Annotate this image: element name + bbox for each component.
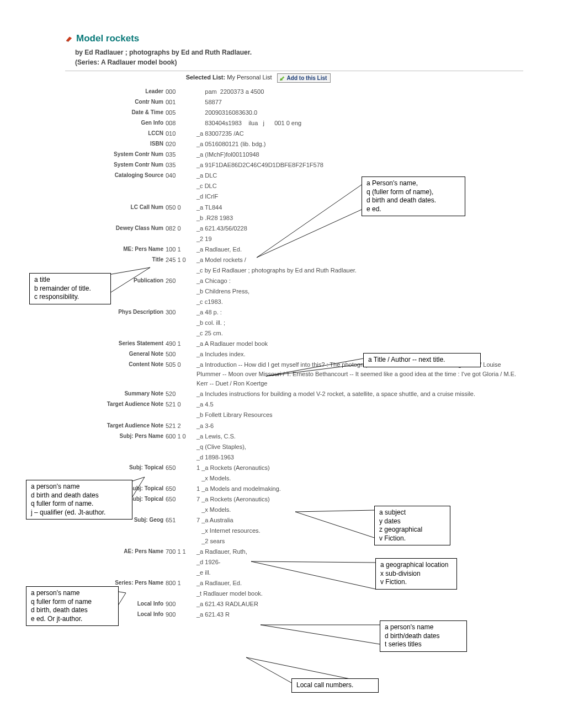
field-tag: 260	[166, 276, 196, 286]
callout-800: a person's named birth/death datest seri…	[380, 620, 467, 652]
field-value: _x Internet resources.	[196, 526, 523, 536]
field-value: _a Radlauer, Ruth,	[196, 547, 523, 556]
field-tag: 005	[166, 108, 196, 117]
record-title: Model rockets	[76, 33, 139, 44]
field-tag: 100 1	[166, 245, 196, 254]
field-tag: 500	[166, 350, 196, 359]
field-value: _b Childrens Press,	[196, 287, 523, 296]
field-value: _a 621.43 R	[196, 610, 523, 619]
callout-245: a titleb remainder of title.c responsibi…	[29, 273, 111, 304]
field-value: _q (Clive Staples),	[196, 442, 523, 452]
field-label: Cataloging Source	[65, 171, 166, 180]
pencil-icon	[279, 75, 285, 81]
record-header: Model rockets by Ed Radlauer ; photograp…	[65, 33, 563, 66]
field-value: _d 1898-1963	[196, 453, 523, 462]
marc-row: Date & Time005 20090316083630.0	[65, 108, 523, 117]
callout-700: a person's nameq fuller form of named bi…	[26, 586, 119, 626]
field-label: Summary Note	[65, 389, 166, 398]
field-tag: 650	[166, 484, 196, 494]
field-label: Dewey Class Num	[65, 224, 166, 233]
field-label: Subj: Topical	[65, 463, 166, 472]
field-value: _t Radlauer model book.	[196, 589, 523, 598]
callout-600: a person's named birth and death datesq …	[26, 480, 132, 520]
marc-row: Local Info900_a 621.43 RADLAUER	[65, 599, 523, 609]
field-value: _a DLC	[196, 171, 523, 180]
field-value: _2 19	[196, 234, 523, 244]
callout-900: Local call numbers.	[291, 678, 379, 693]
marc-row: System Contr Num035_a (IMchF)fol00110948	[65, 150, 523, 159]
field-value: _a A Radlauer model book	[196, 339, 523, 349]
field-value: 7 _a Rockets (Aeronautics)	[196, 495, 523, 504]
field-label: Content Note	[65, 360, 166, 369]
marc-row: System Contr Num035_a 91F1DAE86D2C46C49D…	[65, 160, 523, 170]
field-label: Contr Num	[65, 98, 166, 106]
field-value: _a Includes instructions for building a …	[196, 389, 523, 399]
field-value: _c by Ed Radlauer ; photographs by Ed an…	[196, 266, 523, 275]
marc-row: _2 sears	[65, 537, 523, 546]
field-tag: 650	[166, 463, 196, 473]
marc-row: Title245 1 0_a Model rockets /	[65, 255, 523, 265]
field-value: _a Radlauer, Ed.	[196, 245, 523, 254]
field-label: AE: Pers Name	[65, 547, 166, 556]
add-button-label: Add to this List	[287, 75, 327, 81]
marc-row: Publication260_a Chicago :	[65, 276, 523, 286]
marc-row: Phys Description300_a 48 p. :	[65, 308, 523, 317]
marc-row: Contr Num001 58877	[65, 98, 523, 107]
field-value: _a Model rockets /	[196, 255, 523, 265]
field-value: _c 25 cm.	[196, 329, 523, 338]
callout-100: a Person's name,q (fuller form of name),…	[362, 176, 465, 216]
marc-row: Subj: Topical6501 _a Models and modelmak…	[65, 484, 523, 494]
marc-row: _q (Clive Staples),	[65, 442, 523, 452]
field-value: _d 1926-	[196, 558, 523, 567]
field-tag: 001	[166, 98, 196, 107]
field-tag: 300	[166, 308, 196, 317]
add-to-list-button[interactable]: Add to this List	[277, 73, 331, 83]
field-value: 20090316083630.0	[196, 108, 523, 117]
field-label: Date & Time	[65, 108, 166, 117]
field-label: ISBN	[65, 140, 166, 148]
field-label: General Note	[65, 350, 166, 358]
field-tag: 050 0	[166, 203, 196, 212]
field-value: _a (IMchF)fol00110948	[196, 150, 523, 159]
field-label: LC Call Num	[65, 203, 166, 212]
field-tag: 900	[166, 610, 196, 619]
field-value: _b Follett Library Resources	[196, 410, 523, 420]
field-value: 830404s1983 ilua j 001 0 eng	[196, 119, 523, 128]
field-value: _a TL844	[196, 203, 523, 212]
byline: by Ed Radlauer ; photographs by Ed and R…	[75, 49, 563, 56]
marc-row: _b Follett Library Resources	[65, 410, 523, 420]
field-value: _a 83007235 /AC	[196, 129, 523, 138]
field-value: _x Models.	[196, 474, 523, 483]
marc-row: Subj: Pers Name600 1 0_a Lewis, C.S.	[65, 432, 523, 441]
marc-row: LCCN010_a 83007235 /AC	[65, 129, 523, 138]
field-tag: 600 1 0	[166, 432, 196, 441]
field-tag: 520	[166, 389, 196, 399]
field-value: _x Models.	[196, 505, 523, 515]
field-value: _a 91F1DAE86D2C46C49D1DBFE8F2F1F578	[196, 160, 523, 170]
field-value: _a Radlauer, Ed.	[196, 579, 523, 588]
field-value: _a Lewis, C.S.	[196, 432, 523, 441]
field-tag: 521 2	[166, 421, 196, 431]
field-tag: 505 0	[166, 360, 196, 370]
marc-row: _x Models.	[65, 505, 523, 515]
field-label: Target Audience Note	[65, 421, 166, 430]
field-value: _a 48 p. :	[196, 308, 523, 317]
series-note: (Series: A Radlauer model book)	[75, 58, 563, 66]
field-tag: 651	[166, 516, 196, 525]
callout-650: a subjecty datesz geographicalv Fiction.	[374, 506, 450, 545]
field-label: Series Statement	[65, 339, 166, 348]
field-label: Phys Description	[65, 308, 166, 317]
field-tag: 008	[166, 119, 196, 128]
marc-row: Leader000 pam 2200373 a 4500	[65, 87, 523, 97]
marc-row: _c 25 cm.	[65, 329, 523, 338]
marc-row: Target Audience Note521 0_a 4.5	[65, 400, 523, 409]
field-tag: 900	[166, 599, 196, 609]
field-label: Title	[65, 255, 166, 264]
field-tag: 010	[166, 129, 196, 138]
marc-row: _b Childrens Press,	[65, 287, 523, 296]
field-tag: 035	[166, 150, 196, 159]
field-value: _e ill.	[196, 568, 523, 577]
book-icon	[65, 35, 73, 42]
marc-row: Local Info900_a 621.43 R	[65, 610, 523, 619]
field-value: _b col. ill. ;	[196, 318, 523, 328]
